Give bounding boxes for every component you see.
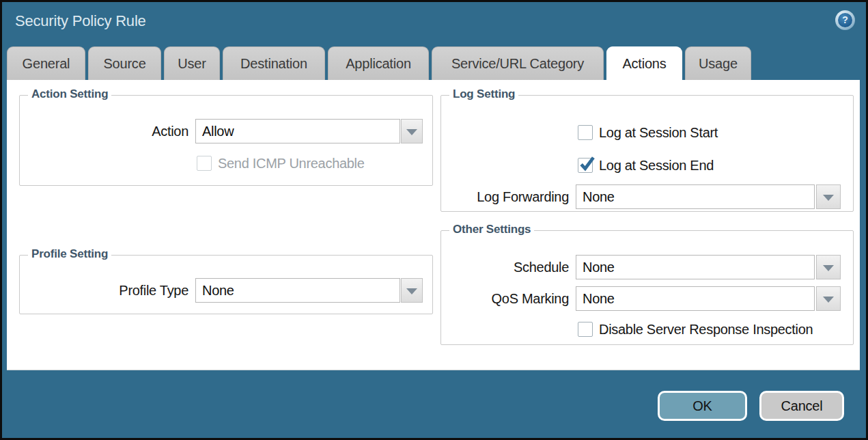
disable-server-response-inspection-label: Disable Server Response Inspection <box>599 320 813 338</box>
tab-actions[interactable]: Actions <box>606 46 682 81</box>
log-forwarding-select[interactable]: None <box>576 184 815 209</box>
action-dropdown-button[interactable] <box>401 119 423 143</box>
qos-marking-value: None <box>576 287 814 310</box>
tab-user[interactable]: User <box>164 46 220 80</box>
check-icon <box>578 155 596 172</box>
action-value: Allow <box>196 120 400 143</box>
other-settings-legend: Other Settings <box>449 223 534 236</box>
qos-marking-label: QoS Marking <box>441 286 569 311</box>
chevron-down-icon <box>823 265 834 271</box>
log-session-start-label: Log at Session Start <box>599 124 718 141</box>
tab-general[interactable]: General <box>7 46 85 80</box>
profile-setting-group: Profile Setting Profile Type None <box>19 255 433 314</box>
log-setting-legend: Log Setting <box>449 87 518 101</box>
qos-marking-select[interactable]: None <box>576 286 815 311</box>
schedule-select[interactable]: None <box>576 255 815 279</box>
other-settings-group: Other Settings Schedule None QoS Marking… <box>440 230 854 345</box>
dialog-title: Security Policy Rule <box>15 12 146 30</box>
action-select[interactable]: Allow <box>195 119 400 143</box>
content-panel: Action Setting Action Allow Send ICMP Un… <box>7 80 860 370</box>
help-icon-inner: ? <box>838 13 852 27</box>
log-setting-group: Log Setting Log at Session Start Log at … <box>440 95 854 212</box>
tab-application[interactable]: Application <box>328 46 429 80</box>
tab-bar: General Source User Destination Applicat… <box>7 46 751 81</box>
schedule-dropdown-button[interactable] <box>816 255 841 279</box>
tab-destination[interactable]: Destination <box>223 46 325 80</box>
tab-usage[interactable]: Usage <box>685 46 751 80</box>
action-setting-legend: Action Setting <box>28 87 111 101</box>
profile-type-value: None <box>196 279 400 302</box>
profile-type-dropdown-button[interactable] <box>401 278 423 303</box>
question-mark-glyph: ? <box>842 14 848 25</box>
disable-server-response-inspection-checkbox[interactable] <box>578 322 593 337</box>
ok-button[interactable]: OK <box>658 391 747 421</box>
chevron-down-icon <box>823 297 834 303</box>
action-label: Action <box>20 119 188 143</box>
schedule-label: Schedule <box>441 255 569 279</box>
log-forwarding-value: None <box>576 185 814 208</box>
action-setting-group: Action Setting Action Allow Send ICMP Un… <box>19 95 433 186</box>
profile-setting-legend: Profile Setting <box>28 247 111 261</box>
send-icmp-unreachable-label: Send ICMP Unreachable <box>218 154 365 172</box>
chevron-down-icon <box>406 129 417 135</box>
tab-source[interactable]: Source <box>88 46 161 80</box>
send-icmp-unreachable-checkbox[interactable] <box>197 156 212 171</box>
chevron-down-icon <box>823 195 834 201</box>
log-session-start-checkbox[interactable] <box>578 125 593 140</box>
cancel-button[interactable]: Cancel <box>759 391 844 421</box>
chevron-down-icon <box>406 288 417 294</box>
profile-type-select[interactable]: None <box>195 278 400 303</box>
help-icon[interactable]: ? <box>835 10 855 30</box>
log-forwarding-label: Log Forwarding <box>441 184 569 209</box>
schedule-value: None <box>576 256 814 279</box>
log-forwarding-dropdown-button[interactable] <box>816 184 841 209</box>
log-session-end-label: Log at Session End <box>599 156 714 174</box>
profile-type-label: Profile Type <box>20 278 188 303</box>
qos-marking-dropdown-button[interactable] <box>816 286 841 311</box>
security-policy-rule-dialog: Security Policy Rule ? General Source Us… <box>0 0 868 440</box>
log-session-end-checkbox[interactable] <box>578 158 593 173</box>
tab-service-url-category[interactable]: Service/URL Category <box>432 46 604 80</box>
